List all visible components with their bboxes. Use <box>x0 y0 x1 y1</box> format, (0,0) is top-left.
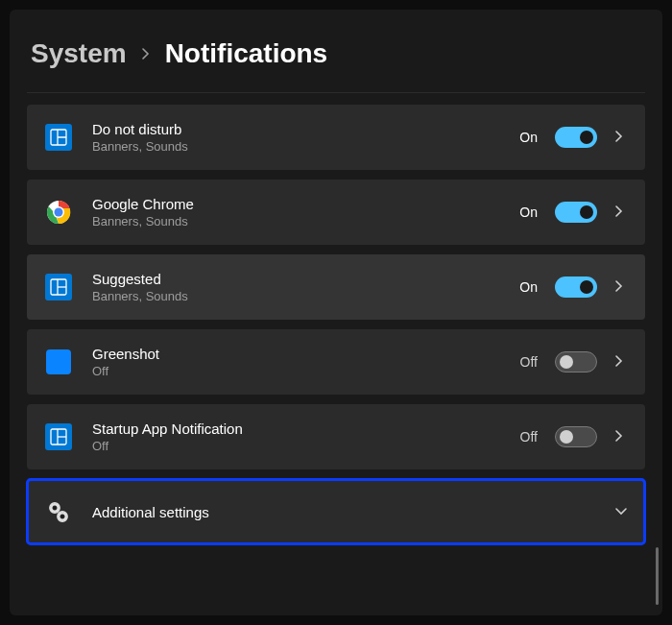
scrollbar[interactable] <box>656 547 659 605</box>
svg-point-13 <box>53 506 57 510</box>
item-subtitle: Off <box>92 364 520 378</box>
chevron-right-icon[interactable] <box>614 354 628 371</box>
toggle-state-label: On <box>519 279 538 295</box>
toggle-state-label: Off <box>520 429 538 445</box>
item-subtitle: Banners, Sounds <box>92 289 519 303</box>
item-labels: Additional settings <box>92 504 614 520</box>
svg-point-5 <box>55 208 63 217</box>
breadcrumb: System Notifications <box>27 38 645 69</box>
window-tile-icon <box>44 123 73 152</box>
window-tile-icon <box>44 273 73 301</box>
item-labels: Startup App Notification Off <box>92 421 520 453</box>
window-tile-icon <box>44 422 73 451</box>
chevron-right-icon[interactable] <box>614 204 628 221</box>
svg-point-15 <box>60 515 64 518</box>
chrome-icon <box>44 198 73 227</box>
divider <box>27 92 645 93</box>
item-title: Startup App Notification <box>92 421 520 437</box>
blue-square-icon <box>44 348 73 376</box>
toggle-switch[interactable] <box>555 202 597 223</box>
item-labels: Do not disturb Banners, Sounds <box>92 121 519 154</box>
toggle-switch[interactable] <box>555 276 597 298</box>
list-item-do-not-disturb[interactable]: Do not disturb Banners, Sounds On <box>27 105 645 170</box>
chevron-down-icon[interactable] <box>614 504 628 519</box>
page-title: Notifications <box>165 38 328 69</box>
toggle-switch[interactable] <box>555 426 597 447</box>
item-title: Greenshot <box>92 346 520 362</box>
item-title: Suggested <box>92 271 519 287</box>
list-item-google-chrome[interactable]: Google Chrome Banners, Sounds On <box>27 180 645 245</box>
chevron-right-icon[interactable] <box>614 429 628 445</box>
item-subtitle: Off <box>92 439 520 453</box>
gear-icon <box>44 497 73 526</box>
chevron-right-icon[interactable] <box>614 279 628 296</box>
list-item-greenshot[interactable]: Greenshot Off Off <box>27 329 645 395</box>
item-labels: Greenshot Off <box>92 346 520 378</box>
item-title: Google Chrome <box>92 196 519 212</box>
list-item-startup-app-notification[interactable]: Startup App Notification Off Off <box>27 404 645 469</box>
item-subtitle: Banners, Sounds <box>92 139 519 154</box>
item-labels: Google Chrome Banners, Sounds <box>92 196 519 228</box>
toggle-state-label: Off <box>520 354 538 370</box>
chevron-right-icon[interactable] <box>614 130 628 146</box>
toggle-state-label: On <box>519 130 538 145</box>
notification-senders-list: Do not disturb Banners, Sounds On <box>27 105 645 544</box>
chevron-right-icon <box>140 44 152 64</box>
additional-settings-expander[interactable]: Additional settings <box>27 479 645 544</box>
item-title: Additional settings <box>92 504 614 520</box>
settings-page: System Notifications Do not disturb Bann… <box>10 10 662 615</box>
breadcrumb-parent[interactable]: System <box>31 38 127 69</box>
item-title: Do not disturb <box>92 121 519 137</box>
toggle-switch[interactable] <box>555 351 597 373</box>
toggle-switch[interactable] <box>555 127 597 148</box>
item-subtitle: Banners, Sounds <box>92 214 519 228</box>
item-labels: Suggested Banners, Sounds <box>92 271 519 303</box>
toggle-state-label: On <box>519 204 538 220</box>
list-item-suggested[interactable]: Suggested Banners, Sounds On <box>27 254 645 320</box>
